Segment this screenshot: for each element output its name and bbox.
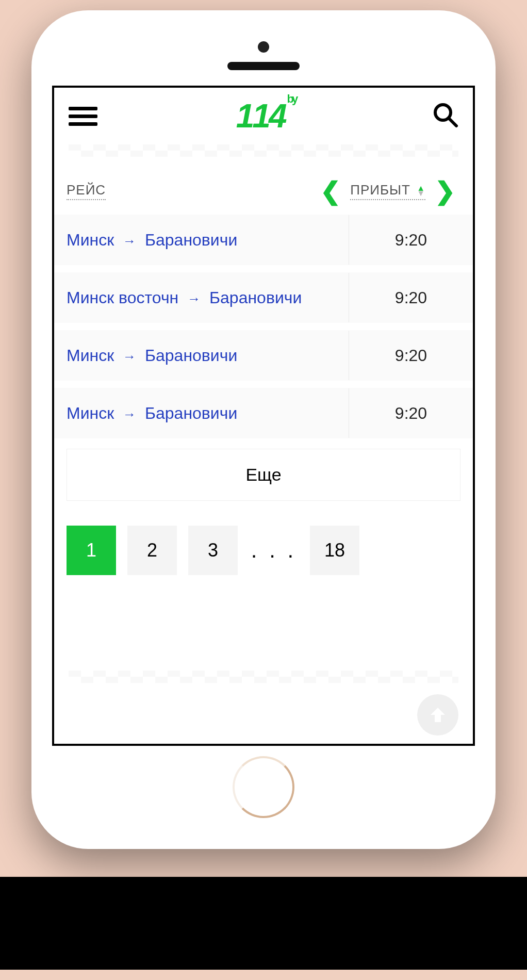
logo-suffix: by xyxy=(287,92,297,105)
camera-dot xyxy=(258,41,269,53)
time-cell: 9:20 xyxy=(349,218,473,262)
table-headers: РЕЙС ❮ ПРИБЫТ ▲▼ ❯ xyxy=(54,161,473,215)
arrow-right-icon: → xyxy=(119,349,140,364)
routes-table: Минск → Барановичи 9:20 Минск восточн → … xyxy=(54,215,473,438)
menu-icon[interactable] xyxy=(69,103,97,130)
arrow-right-icon: → xyxy=(119,406,140,422)
arrow-right-icon: → xyxy=(119,233,140,249)
page-1[interactable]: 1 xyxy=(67,526,116,575)
phone-frame: 114by РЕЙС ❮ ПРИБЫТ ▲▼ ❯ Минск → Баранов… xyxy=(31,10,496,849)
route-to: Барановичи xyxy=(145,231,237,249)
time-cell: 9:20 xyxy=(349,276,473,320)
chevron-right-icon[interactable]: ❯ xyxy=(430,176,460,205)
table-row[interactable]: Минск → Барановичи 9:20 xyxy=(54,215,473,265)
app-screen: 114by РЕЙС ❮ ПРИБЫТ ▲▼ ❯ Минск → Баранов… xyxy=(52,86,475,746)
checker-divider xyxy=(69,144,458,157)
time-cell: 9:20 xyxy=(349,391,473,435)
phone-top xyxy=(47,26,480,75)
route-from: Минск xyxy=(67,404,114,422)
route-from: Минск xyxy=(67,231,114,249)
route-from: Минск xyxy=(67,346,114,365)
pagination: 1 2 3 . . . 18 xyxy=(54,511,473,590)
load-more-button[interactable]: Еще xyxy=(67,449,460,501)
time-cell: 9:20 xyxy=(349,334,473,378)
route-cell: Минск восточн → Барановичи xyxy=(54,273,349,322)
home-button[interactable] xyxy=(233,756,294,818)
speaker-slot xyxy=(227,62,300,70)
table-row[interactable]: Минск → Барановичи 9:20 xyxy=(54,388,473,438)
page-3[interactable]: 3 xyxy=(188,526,238,575)
checker-divider xyxy=(69,671,458,683)
route-to: Барановичи xyxy=(209,288,302,307)
page-ellipsis: . . . xyxy=(249,526,299,575)
sort-icon: ▲▼ xyxy=(417,186,425,196)
scroll-top-button[interactable] xyxy=(417,694,458,736)
route-to: Барановичи xyxy=(145,404,237,422)
column-route-header[interactable]: РЕЙС xyxy=(67,182,106,200)
search-icon[interactable] xyxy=(433,102,458,130)
chevron-left-icon[interactable]: ❮ xyxy=(315,176,346,205)
route-from: Минск восточн xyxy=(67,288,178,307)
top-bar: 114by xyxy=(54,88,473,140)
svg-line-1 xyxy=(449,119,456,126)
app-logo: 114by xyxy=(236,97,294,135)
route-cell: Минск → Барановичи xyxy=(54,331,349,380)
table-row[interactable]: Минск восточн → Барановичи 9:20 xyxy=(54,272,473,323)
route-cell: Минск → Барановичи xyxy=(54,215,349,265)
route-cell: Минск → Барановичи xyxy=(54,388,349,438)
page-last[interactable]: 18 xyxy=(310,526,359,575)
arrow-right-icon: → xyxy=(183,291,205,306)
logo-text: 114 xyxy=(236,97,285,135)
page-2[interactable]: 2 xyxy=(127,526,177,575)
column-arrival-header[interactable]: ПРИБЫТ ▲▼ xyxy=(350,182,425,200)
arrow-up-icon xyxy=(427,705,448,725)
route-to: Барановичи xyxy=(145,346,237,365)
shadow xyxy=(0,877,527,970)
table-row[interactable]: Минск → Барановичи 9:20 xyxy=(54,330,473,381)
